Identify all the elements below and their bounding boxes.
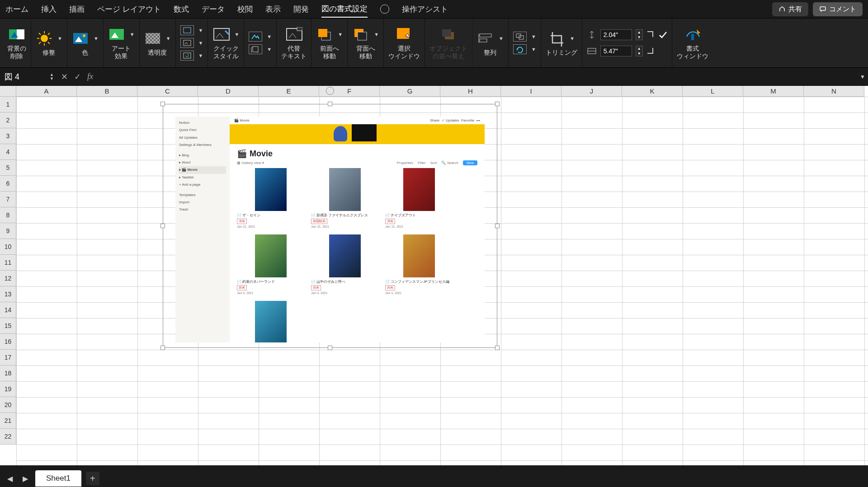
- formula-expand-icon[interactable]: ▼: [857, 74, 868, 80]
- row-header[interactable]: 2: [0, 112, 16, 128]
- width-stepper[interactable]: ▲▼: [636, 46, 643, 56]
- tab-page-layout[interactable]: ページ レイアウト: [97, 1, 161, 17]
- resize-handle[interactable]: [160, 224, 165, 228]
- sheet-tab[interactable]: Sheet1: [35, 470, 81, 487]
- svg-point-4: [41, 35, 48, 42]
- resize-handle[interactable]: [160, 102, 165, 106]
- cancel-icon[interactable]: ✕: [61, 72, 68, 82]
- column-header[interactable]: B: [77, 86, 137, 97]
- formula-bar[interactable]: [98, 68, 857, 85]
- select-all-corner[interactable]: [0, 86, 16, 97]
- row-header[interactable]: 20: [0, 397, 16, 413]
- column-header[interactable]: D: [198, 86, 259, 97]
- column-header[interactable]: I: [501, 86, 561, 97]
- row-header[interactable]: 11: [0, 255, 16, 271]
- resize-handle[interactable]: [495, 102, 500, 106]
- row-header[interactable]: 1: [0, 97, 16, 112]
- column-header[interactable]: M: [743, 86, 804, 97]
- group-align[interactable]: ▼ 整列: [472, 19, 509, 67]
- group-objects-icon[interactable]: [513, 32, 527, 42]
- resize-handle[interactable]: [328, 102, 332, 106]
- row-header[interactable]: 3: [0, 128, 16, 144]
- column-header[interactable]: N: [804, 86, 864, 97]
- tab-review[interactable]: 校閲: [237, 1, 253, 17]
- row-header[interactable]: 14: [0, 302, 16, 318]
- tab-formulas[interactable]: 数式: [174, 1, 189, 17]
- sheet-nav-prev[interactable]: ◀: [5, 473, 15, 485]
- send-backward-icon: [352, 26, 369, 43]
- group-transparency[interactable]: ▼ 透明度: [140, 19, 176, 67]
- resize-handle[interactable]: [495, 346, 500, 350]
- width-field[interactable]: [600, 46, 632, 56]
- group-bring-forward[interactable]: ▼ 前面へ 移動: [311, 19, 348, 67]
- group-selection-pane[interactable]: 選択 ウインドウ: [384, 19, 425, 67]
- group-format-pane[interactable]: 書式 ウィンドウ: [672, 19, 713, 67]
- rotate-handle[interactable]: [326, 87, 334, 95]
- resize-handle[interactable]: [328, 346, 332, 350]
- picture-effects-icon[interactable]: [249, 44, 262, 54]
- sheet-nav-next[interactable]: ▶: [20, 473, 31, 485]
- change-picture-icon[interactable]: [180, 38, 194, 48]
- row-header[interactable]: 10: [0, 239, 16, 255]
- resize-handle[interactable]: [160, 346, 165, 350]
- column-header[interactable]: J: [561, 86, 622, 97]
- row-header[interactable]: 7: [0, 192, 16, 207]
- rotate-icon[interactable]: [513, 44, 527, 54]
- column-header[interactable]: H: [440, 86, 501, 97]
- group-send-backward[interactable]: ▼ 背面へ 移動: [348, 19, 384, 67]
- commit-check-icon[interactable]: [658, 30, 667, 39]
- column-header[interactable]: E: [259, 86, 319, 97]
- row-header[interactable]: 18: [0, 365, 16, 381]
- fx-icon[interactable]: fx: [87, 72, 93, 82]
- column-header[interactable]: K: [622, 86, 683, 97]
- row-header[interactable]: 15: [0, 318, 16, 334]
- tab-developer[interactable]: 開発: [293, 1, 309, 17]
- group-corrections[interactable]: ▼ 修整: [31, 19, 67, 67]
- group-color[interactable]: ▼ 色: [67, 19, 104, 67]
- tab-picture-format[interactable]: 図の書式設定: [321, 1, 368, 18]
- tab-insert[interactable]: 挿入: [41, 1, 57, 17]
- add-sheet-button[interactable]: +: [86, 472, 99, 485]
- row-header[interactable]: 4: [0, 144, 16, 160]
- tell-me[interactable]: 操作アシスト: [402, 1, 448, 17]
- row-headers: 12345678910111213141516171819202122: [0, 97, 16, 445]
- row-header[interactable]: 16: [0, 334, 16, 350]
- embedded-picture[interactable]: Notion Quick Find All Updates Settings &…: [163, 104, 497, 348]
- comment-button[interactable]: コメント: [813, 2, 863, 16]
- tab-home[interactable]: ホーム: [5, 1, 28, 17]
- name-box[interactable]: [0, 72, 50, 81]
- row-header[interactable]: 17: [0, 350, 16, 365]
- row-header[interactable]: 8: [0, 207, 16, 223]
- row-header[interactable]: 12: [0, 271, 16, 286]
- column-header[interactable]: G: [380, 86, 440, 97]
- worksheet-grid[interactable]: ABCDEFGHIJKLMN 1234567891011121314151617…: [0, 86, 868, 465]
- enter-icon[interactable]: ✓: [74, 72, 81, 82]
- group-quick-style[interactable]: ▼ クイック スタイル: [208, 19, 244, 67]
- height-stepper[interactable]: ▲▼: [636, 29, 643, 40]
- column-header[interactable]: L: [683, 86, 743, 97]
- reset-picture-icon[interactable]: [180, 51, 194, 61]
- group-alt-text[interactable]: 代替 テキスト: [277, 19, 311, 67]
- share-button[interactable]: 共有: [772, 2, 808, 16]
- row-header[interactable]: 6: [0, 176, 16, 192]
- row-header[interactable]: 22: [0, 429, 16, 445]
- tab-data[interactable]: データ: [202, 1, 225, 17]
- column-header[interactable]: A: [16, 86, 77, 97]
- row-header[interactable]: 13: [0, 286, 16, 302]
- row-header[interactable]: 9: [0, 223, 16, 239]
- compress-icon[interactable]: [180, 25, 194, 35]
- group-remove-bg[interactable]: 背景の 削除: [3, 19, 31, 67]
- row-header[interactable]: 21: [0, 413, 16, 429]
- tab-draw[interactable]: 描画: [69, 1, 85, 17]
- resize-handle[interactable]: [495, 224, 500, 228]
- row-header[interactable]: 19: [0, 381, 16, 397]
- group-artistic[interactable]: ▼ アート 効果: [104, 19, 140, 67]
- group-crop[interactable]: ▼ トリミング: [541, 19, 582, 67]
- notion-updates: All Updates: [179, 134, 226, 141]
- picture-border-icon[interactable]: [249, 32, 262, 42]
- row-header[interactable]: 5: [0, 160, 16, 176]
- column-header[interactable]: C: [137, 86, 198, 97]
- tab-view[interactable]: 表示: [265, 1, 281, 17]
- namebox-stepper[interactable]: ▲▼: [50, 73, 54, 81]
- height-field[interactable]: [600, 29, 632, 40]
